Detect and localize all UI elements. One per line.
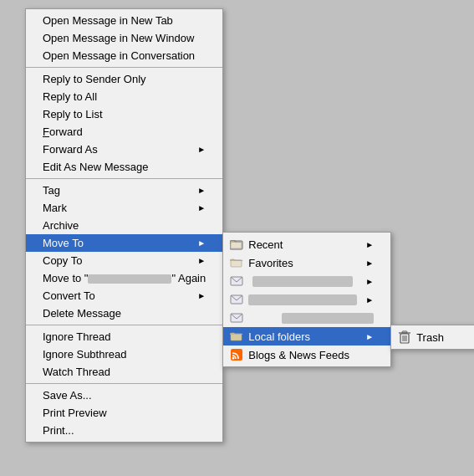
email-icon xyxy=(228,311,245,325)
submenu-item-favorites[interactable]: Favorites ► xyxy=(223,253,390,272)
rss-icon xyxy=(228,348,245,361)
submenu-item-trash[interactable]: Trash xyxy=(391,328,474,346)
menu-item-forward[interactable]: Forward xyxy=(26,123,222,141)
menu-item-edit-new-message[interactable]: Edit As New Message xyxy=(26,158,222,176)
folder-icon xyxy=(228,256,245,269)
svg-rect-2 xyxy=(231,242,242,248)
menu-item-tag[interactable]: Tag ► xyxy=(26,182,222,199)
arrow-icon: ► xyxy=(197,238,206,248)
menu-item-print[interactable]: Print... xyxy=(26,422,222,439)
arrow-icon: ► xyxy=(197,291,206,300)
email-icon xyxy=(228,293,245,306)
submenu-move-to: Recent ► Favorites ► xyxy=(222,232,391,367)
menu-item-archive[interactable]: Archive xyxy=(26,217,222,234)
menu-item-ignore-subthread[interactable]: Ignore Subthread xyxy=(26,345,222,363)
submenu-item-blurred2[interactable]: ► xyxy=(223,290,390,309)
arrow-icon: ► xyxy=(197,203,206,212)
submenu-item-blurred3[interactable] xyxy=(223,309,390,327)
menu-item-open-new-window[interactable]: Open Message in New Window xyxy=(26,29,222,47)
menu-item-forward-as[interactable]: Forward As ► xyxy=(26,141,222,158)
svg-rect-3 xyxy=(231,260,242,267)
menu-item-copy-to[interactable]: Copy To ► xyxy=(26,252,222,269)
separator-1 xyxy=(26,67,222,68)
svg-rect-10 xyxy=(402,331,407,333)
blurred-label xyxy=(252,276,353,287)
menu-item-reply-sender[interactable]: Reply to Sender Only xyxy=(26,70,222,88)
folder-icon xyxy=(228,238,245,251)
arrow-icon: ► xyxy=(365,258,374,268)
separator-3 xyxy=(26,325,222,325)
blurred-label xyxy=(282,313,374,324)
submenu-item-blogs-news[interactable]: Blogs & News Feeds xyxy=(223,345,390,364)
trash-icon xyxy=(396,330,413,344)
menu-item-move-to[interactable]: Move To ► Recent ► xyxy=(26,234,222,252)
arrow-icon: ► xyxy=(365,277,374,286)
submenu-item-blurred1[interactable]: ► xyxy=(223,272,390,290)
menu-item-delete-message[interactable]: Delete Message xyxy=(26,305,222,322)
menu-item-reply-all[interactable]: Reply to All xyxy=(26,88,222,105)
arrow-icon: ► xyxy=(197,145,206,154)
submenu-local-folders: Trash xyxy=(390,325,474,350)
menu-item-open-conversation[interactable]: Open Message in Conversation xyxy=(26,47,222,64)
menu-item-move-to-again[interactable]: Move to "" Again xyxy=(26,269,222,287)
menu-item-open-new-tab[interactable]: Open Message in New Tab xyxy=(26,12,222,29)
submenu-item-local-folders[interactable]: Local folders ► xyxy=(223,327,390,345)
submenu-item-recent[interactable]: Recent ► xyxy=(223,235,390,253)
menu-item-print-preview[interactable]: Print Preview xyxy=(26,404,222,422)
context-menu: Open Message in New Tab Open Message in … xyxy=(25,8,223,443)
blurred-label xyxy=(248,294,357,305)
menu-item-mark[interactable]: Mark ► xyxy=(26,199,222,217)
menu-item-save-as[interactable]: Save As... xyxy=(26,386,222,404)
arrow-icon: ► xyxy=(365,295,374,305)
arrow-icon: ► xyxy=(197,186,206,195)
menu-item-watch-thread[interactable]: Watch Thread xyxy=(26,363,222,381)
menu-item-reply-list[interactable]: Reply to List xyxy=(26,105,222,123)
separator-4 xyxy=(26,383,222,384)
folder-icon xyxy=(228,330,245,343)
svg-point-15 xyxy=(232,357,235,360)
arrow-icon: ► xyxy=(197,256,206,265)
svg-rect-7 xyxy=(231,334,242,340)
arrow-icon: ► xyxy=(365,332,374,341)
arrow-icon: ► xyxy=(365,240,374,249)
menu-item-ignore-thread[interactable]: Ignore Thread xyxy=(26,328,222,345)
email-icon xyxy=(228,274,245,288)
separator-2 xyxy=(26,178,222,179)
menu-item-convert-to[interactable]: Convert To ► xyxy=(26,287,222,305)
